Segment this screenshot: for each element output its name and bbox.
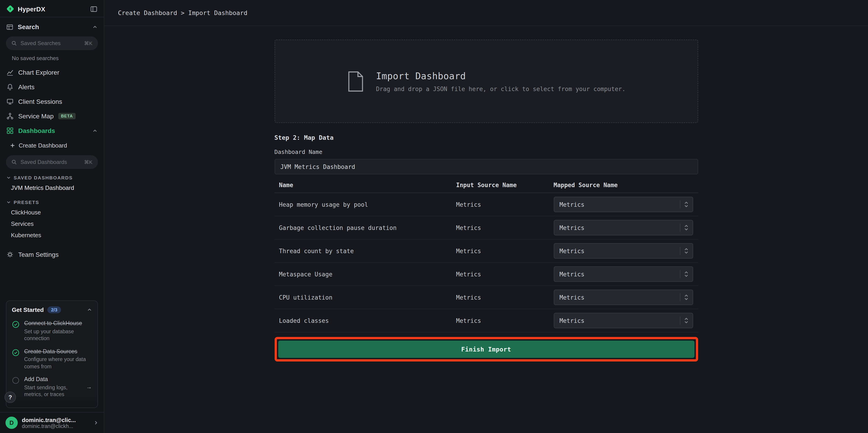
- content: Import Dashboard Drag and drop a JSON fi…: [104, 26, 868, 433]
- mapped-source-select[interactable]: Metrics: [554, 313, 693, 328]
- chevron-right-icon: [93, 420, 98, 425]
- table-row: Heap memory usage by pool Metrics Metric…: [274, 193, 698, 216]
- select-value: Metrics: [559, 317, 585, 324]
- selector-chevrons-icon: [683, 248, 689, 254]
- sidebar-item-dashboards[interactable]: Dashboards: [0, 123, 104, 138]
- sidebar-item-label: Dashboards: [18, 127, 55, 134]
- sidebar-section-search[interactable]: Search: [0, 17, 104, 33]
- selector-chevrons-icon: [683, 317, 689, 324]
- breadcrumb-import-dashboard: Import Dashboard: [188, 9, 247, 17]
- app-window: HyperDX Search Saved Searches ⌘K No save…: [0, 0, 868, 433]
- task-subtitle: Set up your database connection: [24, 328, 92, 342]
- table-row: Loaded classes Metrics Metrics: [274, 309, 698, 332]
- import-dropzone[interactable]: Import Dashboard Drag and drop a JSON fi…: [274, 40, 698, 123]
- selector-chevrons-icon: [683, 294, 689, 301]
- breadcrumb-create-dashboard[interactable]: Create Dashboard: [118, 9, 177, 17]
- saved-searches-input[interactable]: Saved Searches ⌘K: [6, 36, 98, 50]
- help-button[interactable]: ?: [5, 392, 16, 403]
- user-email: dominic.tran@clickh...: [22, 423, 89, 429]
- task-title: Connect to ClickHouse: [24, 320, 92, 327]
- search-icon: [11, 40, 17, 46]
- team-settings-label: Team Settings: [18, 251, 59, 258]
- select-value: Metrics: [559, 201, 585, 208]
- step-title: Step 2: Map Data: [274, 134, 698, 141]
- sidebar-item-services[interactable]: Services: [0, 218, 104, 229]
- task-title: Add Data: [24, 376, 82, 383]
- select-value: Metrics: [559, 271, 585, 278]
- saved-dashboards-placeholder: Saved Dashboards: [21, 159, 81, 165]
- sidebar-item-jvm-metrics-dashboard[interactable]: JVM Metrics Dashboard: [0, 182, 104, 193]
- sidebar-item-service-map[interactable]: Service Map BETA: [0, 109, 104, 123]
- sidebar-item-kubernetes[interactable]: Kubernetes: [0, 229, 104, 241]
- row-input-source: Metrics: [456, 317, 554, 324]
- mapped-source-select[interactable]: Metrics: [554, 220, 693, 236]
- task-connect-clickhouse[interactable]: Connect to ClickHouse Set up your databa…: [6, 316, 97, 344]
- task-create-data-sources[interactable]: Create Data Sources Configure where your…: [6, 344, 97, 372]
- table-row: Garbage collection pause duration Metric…: [274, 216, 698, 240]
- row-name: Heap memory usage by pool: [274, 201, 456, 208]
- group-title: PRESETS: [14, 199, 39, 205]
- chevron-up-icon: [92, 128, 97, 133]
- progress-badge: 2/3: [48, 306, 61, 313]
- dashboard-name-input[interactable]: JVM Metrics Dashboard: [274, 159, 698, 175]
- sidebar-item-alerts[interactable]: Alerts: [0, 80, 104, 94]
- app-title: HyperDX: [18, 5, 45, 12]
- finish-import-button[interactable]: Finish Import: [278, 341, 694, 358]
- mapping-table: Name Input Source Name Mapped Source Nam…: [274, 182, 698, 332]
- saved-searches-placeholder: Saved Searches: [21, 40, 81, 47]
- file-icon: [347, 71, 364, 92]
- mapped-source-select[interactable]: Metrics: [554, 266, 693, 282]
- collapse-sidebar-icon[interactable]: [90, 5, 97, 12]
- brand[interactable]: HyperDX: [6, 5, 45, 13]
- breadcrumb: Create Dashboard > Import Dashboard: [104, 0, 868, 26]
- sidebar-nav: Chart Explorer Alerts Client Sessions Se…: [0, 65, 104, 138]
- dashboard-name-label: Dashboard Name: [274, 148, 698, 155]
- mapped-source-select[interactable]: Metrics: [554, 289, 693, 305]
- row-input-source: Metrics: [456, 294, 554, 301]
- row-name: CPU utilization: [274, 294, 456, 301]
- task-add-data[interactable]: Add Data Start sending logs, metrics, or…: [6, 372, 97, 400]
- row-name: Loaded classes: [274, 317, 456, 324]
- sidebar-item-label: Client Sessions: [18, 98, 62, 105]
- task-title: Create Data Sources: [24, 348, 92, 355]
- sidebar-item-client-sessions[interactable]: Client Sessions: [0, 94, 104, 109]
- user-menu[interactable]: D dominic.tran@clic... dominic.tran@clic…: [0, 412, 104, 433]
- sidebar-item-chart-explorer[interactable]: Chart Explorer: [0, 65, 104, 80]
- dashboards-grid-icon: [6, 127, 14, 134]
- row-input-source: Metrics: [456, 247, 554, 254]
- row-input-source: Metrics: [456, 271, 554, 278]
- bell-icon: [6, 83, 14, 91]
- presets-group-header[interactable]: PRESETS: [0, 193, 104, 207]
- group-title: SAVED DASHBOARDS: [14, 175, 73, 180]
- saved-dashboards-group-header[interactable]: SAVED DASHBOARDS: [0, 169, 104, 182]
- selector-chevrons-icon: [683, 201, 689, 208]
- create-dashboard-button[interactable]: Create Dashboard: [0, 138, 104, 152]
- hyperdx-logo-icon: [6, 5, 14, 13]
- dashboard-name-value: JVM Metrics Dashboard: [280, 163, 355, 170]
- avatar: D: [5, 416, 18, 429]
- sidebar-item-label: Service Map: [18, 113, 54, 120]
- user-name: dominic.tran@clic...: [22, 417, 89, 423]
- sidebar-item-team-settings[interactable]: Team Settings: [0, 247, 104, 262]
- saved-dashboards-input[interactable]: Saved Dashboards ⌘K: [6, 155, 98, 169]
- sidebar: HyperDX Search Saved Searches ⌘K No save…: [0, 0, 104, 433]
- column-header-name: Name: [274, 182, 456, 188]
- select-value: Metrics: [559, 224, 585, 231]
- mapped-source-select[interactable]: Metrics: [554, 243, 693, 258]
- service-map-icon: [6, 113, 14, 120]
- search-section-label: Search: [18, 23, 88, 31]
- create-dashboard-label: Create Dashboard: [19, 142, 67, 149]
- get-started-header[interactable]: Get Started 2/3: [6, 301, 97, 316]
- mapped-source-select[interactable]: Metrics: [554, 197, 693, 212]
- get-started-title: Get Started: [12, 306, 44, 313]
- sidebar-item-clickhouse[interactable]: ClickHouse: [0, 207, 104, 218]
- table-row: Metaspace Usage Metrics Metrics: [274, 263, 698, 286]
- search-icon: [11, 159, 17, 165]
- get-started-card: Get Started 2/3 Connect to ClickHouse Se…: [6, 301, 98, 408]
- column-header-input-source: Input Source Name: [456, 182, 554, 188]
- chevron-up-icon: [87, 307, 92, 312]
- chevron-down-icon: [6, 175, 11, 180]
- chart-explorer-icon: [6, 69, 14, 76]
- select-value: Metrics: [559, 247, 585, 254]
- sidebar-bottom: Get Started 2/3 Connect to ClickHouse Se…: [0, 301, 104, 433]
